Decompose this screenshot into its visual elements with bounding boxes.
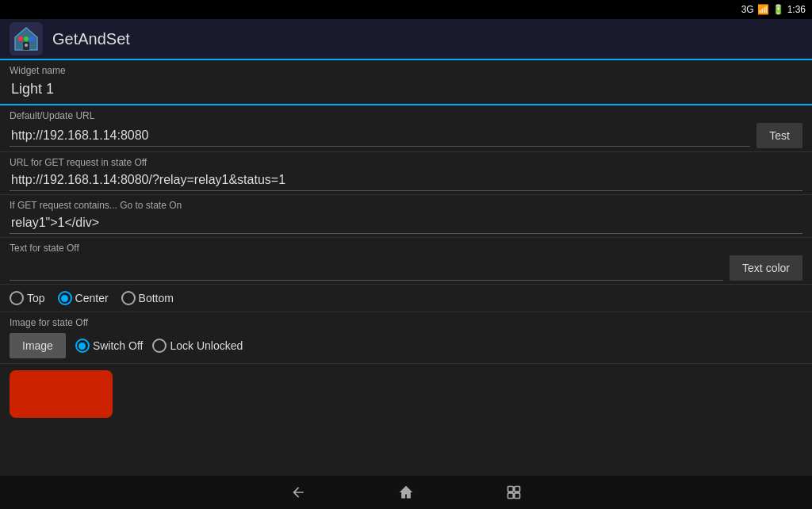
text-state-label: Text for state Off <box>10 243 802 254</box>
text-state-input-wrap <box>10 259 723 281</box>
get-url-label: URL for GET request in state Off <box>10 157 802 168</box>
switch-off-group[interactable]: Switch Off <box>75 339 144 353</box>
home-button[interactable] <box>392 478 420 507</box>
svg-rect-9 <box>508 493 514 499</box>
alignment-center-label: Center <box>75 292 109 304</box>
time-display: 1:36 <box>787 4 806 15</box>
text-state-row: Text color <box>10 255 802 281</box>
alignment-bottom-label: Bottom <box>139 292 174 304</box>
switch-off-radio[interactable] <box>75 339 90 353</box>
svg-rect-10 <box>515 493 520 499</box>
default-url-label: Default/Update URL <box>10 110 802 121</box>
svg-rect-8 <box>515 487 520 492</box>
preview-section <box>0 364 812 424</box>
image-options-row: Image Switch Off Lock Unlocked <box>10 333 802 358</box>
alignment-top-label: Top <box>27 292 45 304</box>
switch-off-radio-inner <box>79 343 86 350</box>
svg-point-6 <box>25 44 28 47</box>
signal-bars: 📶 <box>757 4 769 15</box>
test-button[interactable]: Test <box>756 123 802 148</box>
image-section: Image for state Off Image Switch Off Loc… <box>0 312 812 364</box>
image-label: Image for state Off <box>10 317 802 328</box>
alignment-center-radio-inner <box>61 295 68 302</box>
svg-point-5 <box>29 36 34 41</box>
alignment-top-radio[interactable] <box>10 291 24 305</box>
widget-name-input[interactable] <box>10 78 802 101</box>
alignment-top-group[interactable]: Top <box>10 291 45 305</box>
back-button[interactable] <box>284 478 312 507</box>
get-url-input[interactable] <box>10 170 802 191</box>
svg-rect-7 <box>508 487 514 492</box>
widget-name-label: Widget name <box>10 65 802 76</box>
alignment-bottom-group[interactable]: Bottom <box>121 291 174 305</box>
status-bar: 3G 📶 🔋 1:36 <box>0 0 812 19</box>
widget-name-section: Widget name <box>0 60 812 105</box>
lock-unlocked-group[interactable]: Lock Unlocked <box>152 339 243 353</box>
get-url-section: URL for GET request in state Off <box>0 152 812 195</box>
default-url-row: Test <box>10 123 802 148</box>
app-title: GetAndSet <box>52 30 130 48</box>
app-icon <box>10 22 43 55</box>
nav-bar <box>0 476 812 509</box>
lock-unlocked-label: Lock Unlocked <box>170 339 243 352</box>
default-url-input[interactable] <box>10 125 750 147</box>
alignment-center-radio[interactable] <box>58 291 72 305</box>
switch-preview <box>10 370 113 418</box>
text-state-section: Text for state Off Text color <box>0 238 812 285</box>
svg-point-3 <box>18 36 23 41</box>
app-header: GetAndSet <box>0 19 812 60</box>
main-content: Widget name Default/Update URL Test URL … <box>0 60 812 476</box>
alignment-bottom-radio[interactable] <box>121 291 136 305</box>
default-url-section: Default/Update URL Test <box>0 105 812 152</box>
svg-point-4 <box>24 36 29 41</box>
contains-input[interactable] <box>10 212 802 234</box>
text-color-button[interactable]: Text color <box>730 255 802 281</box>
contains-section: If GET request contains... Go to state O… <box>0 195 812 238</box>
recent-apps-button[interactable] <box>500 478 528 507</box>
signal-indicator: 3G <box>741 4 754 15</box>
alignment-center-group[interactable]: Center <box>58 291 109 305</box>
contains-label: If GET request contains... Go to state O… <box>10 200 802 211</box>
switch-off-label: Switch Off <box>93 339 144 352</box>
lock-unlocked-radio[interactable] <box>152 339 167 353</box>
image-button[interactable]: Image <box>10 333 66 358</box>
alignment-section: Top Center Bottom <box>0 285 812 312</box>
text-state-input[interactable] <box>10 259 723 281</box>
battery-icon: 🔋 <box>772 4 784 15</box>
